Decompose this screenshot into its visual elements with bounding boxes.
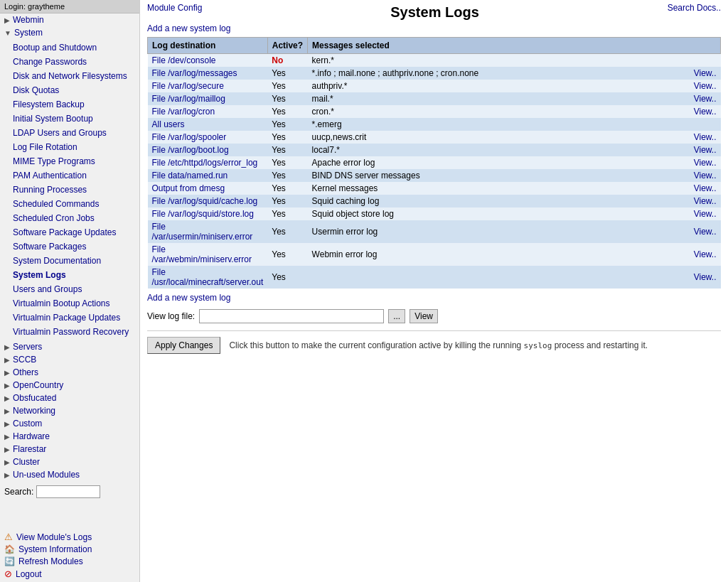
add-log-link-bottom[interactable]: Add a new system log <box>147 293 230 303</box>
refresh-modules-link[interactable]: 🔄 Refresh Modules <box>4 556 135 566</box>
sidebar-item-bootup-shutdown[interactable]: Bootup and Shutdown <box>0 41 139 55</box>
view-link-2[interactable]: View.. <box>694 81 717 91</box>
apply-changes-button[interactable]: Apply Changes <box>147 337 220 354</box>
dest-link-2[interactable]: File /var/log/secure <box>152 81 224 91</box>
nav-group-servers[interactable]: Servers <box>0 340 139 353</box>
sidebar-item-initial-bootup[interactable]: Initial System Bootup <box>0 112 139 126</box>
view-link-4[interactable]: View.. <box>694 107 717 117</box>
td-view-10[interactable]: View.. <box>690 182 721 195</box>
td-view-6[interactable]: View.. <box>690 131 721 144</box>
td-dest-4[interactable]: File /var/log/cron <box>148 105 268 118</box>
td-view-14[interactable]: View.. <box>690 243 721 266</box>
td-messages-8: Apache error log <box>308 156 690 169</box>
table-row: File /var/log/squid/cache.logYesSquid ca… <box>148 195 721 208</box>
sidebar-item-log-rotation[interactable]: Log File Rotation <box>0 140 139 154</box>
view-button[interactable]: View <box>410 309 438 323</box>
nav-group-system[interactable]: System <box>0 26 139 39</box>
nav-group-webmin-label: Webmin <box>13 15 44 25</box>
view-link-10[interactable]: View.. <box>694 183 717 193</box>
sidebar-item-software-packages[interactable]: Software Packages <box>0 239 139 254</box>
td-view-1[interactable]: View.. <box>690 67 721 80</box>
nav-group-obsfucated[interactable]: Obsfucated <box>0 392 139 404</box>
td-dest-2[interactable]: File /var/log/secure <box>148 80 268 92</box>
view-link-6[interactable]: View.. <box>694 132 717 142</box>
td-view-7[interactable]: View.. <box>690 144 721 156</box>
nav-group-hardware[interactable]: Hardware <box>0 430 139 443</box>
td-dest-0[interactable]: File /dev/console <box>148 54 268 68</box>
nav-group-networking[interactable]: Networking <box>0 404 139 417</box>
view-link-1[interactable]: View.. <box>694 68 717 78</box>
nav-group-sccb[interactable]: SCCB <box>0 353 139 366</box>
add-log-link-top[interactable]: Add a new system log <box>147 23 230 33</box>
nav-group-opencountry[interactable]: OpenCountry <box>0 379 139 392</box>
view-link-3[interactable]: View.. <box>694 94 717 104</box>
td-view-8[interactable]: View.. <box>690 156 721 169</box>
td-view-12[interactable]: View.. <box>690 208 721 220</box>
sidebar-item-virtualmin-pkg[interactable]: Virtualmin Package Updates <box>0 311 139 325</box>
td-dest-14: File /var/webmin/miniserv.error <box>148 243 268 266</box>
nav-group-webmin[interactable]: Webmin <box>0 14 139 26</box>
td-messages-3: mail.* <box>308 92 690 105</box>
sidebar-item-mime-type[interactable]: MIME Type Programs <box>0 154 139 168</box>
td-view-15[interactable]: View.. <box>690 266 721 289</box>
sidebar-item-users-groups[interactable]: Users and Groups <box>0 282 139 296</box>
td-dest-7[interactable]: File /var/log/boot.log <box>148 144 268 156</box>
system-information-link[interactable]: 🏠 System Information <box>4 544 135 554</box>
search-docs-link[interactable]: Search Docs.. <box>668 3 721 13</box>
sidebar-item-filesystem-backup[interactable]: Filesystem Backup <box>0 97 139 112</box>
sidebar-item-system-docs[interactable]: System Documentation <box>0 254 139 268</box>
td-view-4[interactable]: View.. <box>690 105 721 118</box>
table-row: Output from dmesgYesKernel messagesView.… <box>148 182 721 195</box>
td-view-11[interactable]: View.. <box>690 195 721 208</box>
login-label: Login: graytheme <box>4 2 65 11</box>
sidebar-item-scheduled-commands[interactable]: Scheduled Commands <box>0 197 139 211</box>
module-config-link[interactable]: Module Config <box>147 3 202 13</box>
cluster-arrow-icon <box>4 458 10 466</box>
sidebar-item-pam-auth[interactable]: PAM Authentication <box>0 168 139 183</box>
td-dest-6[interactable]: File /var/log/spooler <box>148 131 268 144</box>
sidebar-item-running-processes[interactable]: Running Processes <box>0 183 139 197</box>
logout-link[interactable]: ⊘ Logout <box>4 568 135 579</box>
sidebar-item-virtualmin-bootup[interactable]: Virtualmin Bootup Actions <box>0 296 139 311</box>
view-link-14[interactable]: View.. <box>694 249 717 259</box>
view-link-13[interactable]: View.. <box>694 227 717 237</box>
dest-link-7[interactable]: File /var/log/boot.log <box>152 145 229 155</box>
view-link-9[interactable]: View.. <box>694 171 717 180</box>
view-log-input[interactable] <box>199 309 384 323</box>
nav-group-flarestar[interactable]: Flarestar <box>0 443 139 456</box>
view-link-12[interactable]: View.. <box>694 209 717 219</box>
dest-link-0[interactable]: File /dev/console <box>152 55 216 65</box>
td-view-13[interactable]: View.. <box>690 220 721 243</box>
dest-link-3[interactable]: File /var/log/maillog <box>152 94 225 104</box>
sidebar-item-scheduled-cron[interactable]: Scheduled Cron Jobs <box>0 211 139 225</box>
td-view-9[interactable]: View.. <box>690 169 721 182</box>
search-input[interactable] <box>36 485 100 498</box>
view-modules-logs-link[interactable]: ⚠ View Module's Logs <box>4 532 135 542</box>
sccb-arrow-icon <box>4 356 10 364</box>
dest-link-1[interactable]: File /var/log/messages <box>152 68 237 78</box>
sidebar-item-disk-network[interactable]: Disk and Network Filesystems <box>0 69 139 83</box>
nav-group-cluster[interactable]: Cluster <box>0 456 139 468</box>
sidebar-item-system-logs[interactable]: System Logs <box>0 268 139 282</box>
td-dest-1[interactable]: File /var/log/messages <box>148 67 268 80</box>
sidebar-item-change-passwords[interactable]: Change Passwords <box>0 55 139 69</box>
td-view-2[interactable]: View.. <box>690 80 721 92</box>
nav-group-custom-label: Custom <box>13 419 42 429</box>
td-dest-3[interactable]: File /var/log/maillog <box>148 92 268 105</box>
nav-group-unused[interactable]: Un-used Modules <box>0 468 139 481</box>
nav-group-others[interactable]: Others <box>0 366 139 379</box>
view-link-8[interactable]: View.. <box>694 158 717 168</box>
sidebar-item-ldap-users[interactable]: LDAP Users and Groups <box>0 126 139 140</box>
view-link-11[interactable]: View.. <box>694 196 717 206</box>
dest-link-4[interactable]: File /var/log/cron <box>152 107 215 117</box>
td-view-3[interactable]: View.. <box>690 92 721 105</box>
nav-group-custom[interactable]: Custom <box>0 417 139 430</box>
sidebar-item-disk-quotas[interactable]: Disk Quotas <box>0 83 139 97</box>
sidebar-item-software-updates[interactable]: Software Package Updates <box>0 225 139 239</box>
dest-link-6[interactable]: File /var/log/spooler <box>152 132 227 142</box>
sidebar-item-virtualmin-pwd[interactable]: Virtualmin Password Recovery <box>0 325 139 339</box>
td-messages-0: kern.* <box>308 54 690 68</box>
view-link-7[interactable]: View.. <box>694 145 717 155</box>
view-link-15[interactable]: View.. <box>694 272 717 282</box>
browse-button[interactable]: ... <box>388 309 405 323</box>
